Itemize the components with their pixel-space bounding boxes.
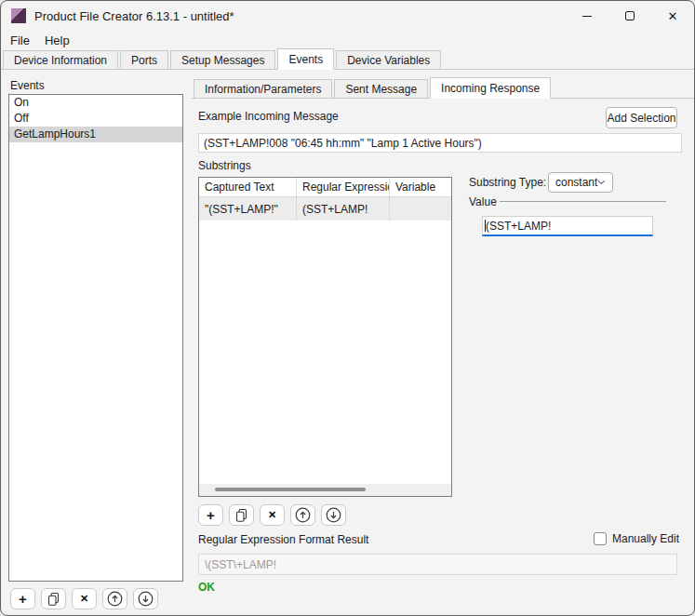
manually-edit-control: Manually Edit <box>594 532 679 545</box>
delete-icon: ✕ <box>80 594 88 604</box>
plus-icon: + <box>207 508 215 523</box>
example-message-input[interactable]: (SST+LAMP!008 "06:45 hh:mm" "Lamp 1 Acti… <box>198 133 682 153</box>
minimize-button[interactable] <box>566 1 608 31</box>
regex-format-result-label: Regular Expression Format Result <box>198 533 368 546</box>
value-group-label: Value <box>469 195 497 208</box>
subtab-information-parameters[interactable]: Information/Parameters <box>194 79 332 98</box>
tab-ports[interactable]: Ports <box>120 50 168 69</box>
arrow-down-circle-icon <box>138 591 154 607</box>
app-icon <box>11 8 26 23</box>
subtab-incoming-response[interactable]: Incoming Response <box>430 77 551 99</box>
close-button[interactable]: ✕ <box>651 1 694 31</box>
substring-type-dropdown[interactable]: constant <box>548 172 613 193</box>
list-item-getlamphours1[interactable]: GetLampHours1 <box>9 127 182 142</box>
delete-icon: ✕ <box>268 510 276 520</box>
maximize-button[interactable] <box>608 1 651 31</box>
copy-icon <box>47 592 60 607</box>
arrow-up-circle-icon <box>295 507 311 523</box>
substring-copy-button[interactable] <box>229 504 254 526</box>
window-title: Product File Creator 6.13.1 - untitled* <box>34 9 234 23</box>
value-input[interactable]: (SST+LAMP! <box>482 216 653 236</box>
col-header-regular-expression[interactable]: Regular Expressio <box>297 178 390 196</box>
event-delete-button[interactable]: ✕ <box>72 588 97 609</box>
value-group-line <box>500 201 666 202</box>
col-header-variable[interactable]: Variable <box>390 178 451 196</box>
arrow-down-circle-icon <box>326 507 341 523</box>
manually-edit-label: Manually Edit <box>612 532 679 545</box>
substring-add-button[interactable]: + <box>198 504 223 526</box>
table-row[interactable]: "(SST+LAMP!" (SST+LAMP! <box>199 197 451 221</box>
substring-move-up-button[interactable] <box>290 504 315 526</box>
titlebar: Product File Creator 6.13.1 - untitled* … <box>1 1 694 31</box>
chevron-down-icon <box>597 180 606 185</box>
menubar: File Help <box>1 31 694 50</box>
events-toolbar: + ✕ <box>10 588 158 609</box>
subtab-sent-message[interactable]: Sent Message <box>334 79 428 98</box>
arrow-up-circle-icon <box>107 591 123 607</box>
status-text: OK <box>198 581 215 594</box>
copy-icon <box>234 508 248 523</box>
tab-setup-messages[interactable]: Setup Messages <box>170 50 275 69</box>
add-selection-button[interactable]: Add Selection <box>606 107 677 128</box>
content-area: Events On Off GetLampHours1 + ✕ Informat… <box>1 70 694 616</box>
events-list: On Off GetLampHours1 <box>8 94 183 582</box>
minimize-icon <box>582 16 592 17</box>
list-item-on[interactable]: On <box>9 95 182 111</box>
events-label: Events <box>10 79 45 92</box>
scrollbar-thumb[interactable] <box>215 488 366 491</box>
col-header-captured-text[interactable]: Captured Text <box>199 178 297 196</box>
substring-type-label: Substring Type: <box>469 176 546 189</box>
regex-result-field: \(SST\+LAMP! <box>198 554 677 575</box>
substrings-table: Captured Text Regular Expressio Variable… <box>198 177 452 497</box>
app-window: Product File Creator 6.13.1 - untitled* … <box>0 0 695 616</box>
menu-help[interactable]: Help <box>37 32 77 49</box>
list-item-off[interactable]: Off <box>9 111 182 127</box>
event-copy-button[interactable] <box>41 588 66 609</box>
menu-file[interactable]: File <box>3 32 37 49</box>
event-move-down-button[interactable] <box>133 588 158 609</box>
substring-delete-button[interactable]: ✕ <box>260 504 285 526</box>
tab-device-variables[interactable]: Device Variables <box>336 50 441 69</box>
cell-variable <box>390 197 451 221</box>
example-incoming-message-label: Example Incoming Message <box>198 110 339 123</box>
tab-events[interactable]: Events <box>277 48 334 70</box>
plus-icon: + <box>19 592 27 607</box>
close-icon: ✕ <box>668 9 678 23</box>
event-move-up-button[interactable] <box>102 588 127 609</box>
substrings-toolbar: + ✕ <box>198 504 346 526</box>
substring-type-value: constant <box>555 176 597 189</box>
manually-edit-checkbox[interactable] <box>594 532 607 545</box>
cell-captured-text: "(SST+LAMP!" <box>199 197 297 221</box>
substring-move-down-button[interactable] <box>321 504 346 526</box>
substrings-table-header: Captured Text Regular Expressio Variable <box>199 178 451 197</box>
maximize-icon <box>625 11 635 20</box>
table-horizontal-scrollbar[interactable] <box>199 484 451 496</box>
cell-regular-expression: (SST+LAMP! <box>297 197 390 221</box>
substrings-label: Substrings <box>198 159 251 172</box>
event-subtabbar: Information/Parameters Sent Message Inco… <box>192 79 694 99</box>
value-input-text: (SST+LAMP! <box>486 220 551 233</box>
event-add-button[interactable]: + <box>10 588 35 609</box>
window-controls: ✕ <box>566 1 694 31</box>
tab-device-information[interactable]: Device Information <box>3 50 118 69</box>
main-tabbar: Device Information Ports Setup Messages … <box>1 50 694 70</box>
